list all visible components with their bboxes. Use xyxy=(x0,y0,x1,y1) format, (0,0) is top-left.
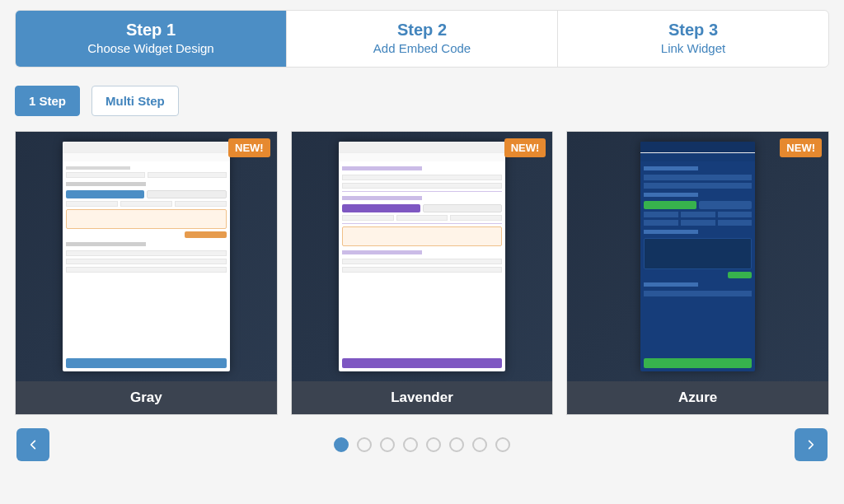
widget-design-picker: Step 1 Choose Widget Design Step 2 Add E… xyxy=(0,0,844,461)
carousel-dots xyxy=(334,437,510,452)
step-2-tab[interactable]: Step 2 Add Embed Code xyxy=(286,11,557,67)
layout-subtabs: 1 Step Multi Step xyxy=(15,86,829,116)
carousel-prev-button[interactable] xyxy=(16,428,49,461)
chevron-left-icon xyxy=(27,436,39,454)
checkout-mock xyxy=(63,142,230,371)
step-1-sub: Choose Widget Design xyxy=(24,41,278,55)
subtab-1-step[interactable]: 1 Step xyxy=(15,86,80,116)
step-3-title: Step 3 xyxy=(566,21,820,40)
carousel-dot[interactable] xyxy=(357,437,372,452)
new-badge: NEW! xyxy=(504,138,546,157)
carousel-dot[interactable] xyxy=(426,437,441,452)
step-1-tab[interactable]: Step 1 Choose Widget Design xyxy=(16,11,286,67)
carousel-dot[interactable] xyxy=(403,437,418,452)
carousel-dot[interactable] xyxy=(380,437,395,452)
design-name: Azure xyxy=(567,381,828,414)
step-3-sub: Link Widget xyxy=(566,41,820,55)
design-name: Gray xyxy=(16,381,277,414)
design-name: Lavender xyxy=(292,381,553,414)
design-preview-gray xyxy=(16,132,277,381)
carousel-nav xyxy=(15,428,829,461)
checkout-mock xyxy=(640,142,755,371)
design-preview-azure xyxy=(567,132,828,381)
design-card-lavender[interactable]: NEW! xyxy=(291,131,554,415)
subtab-multi-step[interactable]: Multi Step xyxy=(91,86,179,116)
checkout-mock xyxy=(339,142,506,371)
step-3-tab[interactable]: Step 3 Link Widget xyxy=(557,11,828,67)
new-badge: NEW! xyxy=(780,138,822,157)
carousel-dot[interactable] xyxy=(449,437,464,452)
step-2-sub: Add Embed Code xyxy=(295,41,549,55)
carousel-dot[interactable] xyxy=(334,437,349,452)
carousel-dot[interactable] xyxy=(472,437,487,452)
step-1-title: Step 1 xyxy=(24,21,278,40)
design-preview-lavender xyxy=(292,132,553,381)
design-card-azure[interactable]: NEW! xyxy=(566,131,829,415)
step-2-title: Step 2 xyxy=(295,21,549,40)
carousel-next-button[interactable] xyxy=(795,428,828,461)
new-badge: NEW! xyxy=(228,138,270,157)
chevron-right-icon xyxy=(805,436,817,454)
wizard-steps: Step 1 Choose Widget Design Step 2 Add E… xyxy=(15,10,829,68)
design-carousel: NEW! xyxy=(15,131,829,415)
carousel-dot[interactable] xyxy=(495,437,510,452)
design-card-gray[interactable]: NEW! xyxy=(15,131,278,415)
